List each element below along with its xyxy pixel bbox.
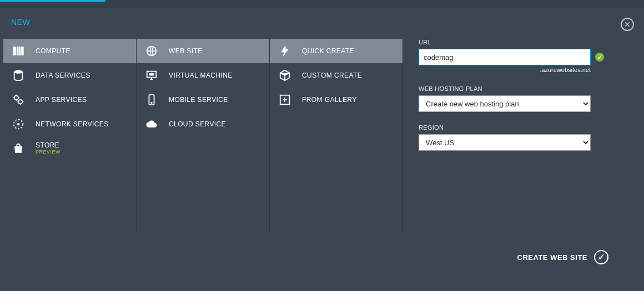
database-icon (11, 68, 26, 83)
dialog-header: NEW ✕ (0, 8, 644, 39)
create-button[interactable] (594, 250, 608, 264)
category-label: APP SERVICES (36, 96, 87, 104)
service-mobile-service[interactable]: MOBILE SERVICE (137, 88, 269, 112)
bolt-icon (278, 44, 292, 58)
region-label: REGION (419, 124, 608, 131)
network-icon (11, 117, 26, 131)
plan-field-group: WEB HOSTING PLAN Create new web hosting … (419, 85, 608, 112)
svg-rect-1 (17, 47, 18, 55)
svg-point-6 (18, 100, 22, 104)
svg-point-13 (151, 102, 153, 104)
form-pane: URL .azurewebsites.net WEB HOSTING PLAN … (403, 39, 644, 233)
svg-point-8 (17, 123, 19, 125)
gears-icon (11, 93, 26, 107)
action-quick-create[interactable]: QUICK CREATE (270, 39, 402, 63)
plan-label: WEB HOSTING PLAN (419, 85, 608, 92)
service-label: VIRTUAL MACHINE (169, 72, 233, 79)
category-data-services[interactable]: DATA SERVICES (3, 63, 136, 88)
region-select[interactable]: West US (419, 134, 591, 151)
bag-icon (11, 141, 26, 156)
url-suffix: .azurewebsites.net (419, 67, 591, 73)
url-label: URL (419, 39, 608, 45)
service-label: WEB SITE (169, 47, 203, 55)
action-custom-create[interactable]: CUSTOM CREATE (270, 63, 402, 88)
svg-rect-2 (19, 47, 21, 55)
close-button[interactable]: ✕ (621, 18, 634, 31)
svg-point-5 (14, 96, 18, 100)
service-cloud-service[interactable]: CLOUD SERVICE (137, 112, 269, 136)
svg-point-4 (14, 70, 23, 73)
monitor-icon (144, 68, 159, 83)
service-web-site[interactable]: WEB SITE (137, 39, 269, 63)
create-label: CREATE WEB SITE (517, 253, 587, 262)
url-input-row (419, 49, 608, 65)
category-app-services[interactable]: APP SERVICES (3, 88, 136, 112)
mobile-icon (144, 93, 159, 107)
close-icon: ✕ (624, 21, 631, 28)
package-icon (278, 68, 292, 83)
category-label: NETWORK SERVICES (36, 120, 109, 128)
service-label: CLOUD SERVICE (169, 120, 226, 128)
dialog-title: NEW (11, 18, 633, 27)
gallery-add-icon (278, 93, 292, 107)
footer-actions: CREATE WEB SITE (517, 250, 608, 264)
category-label: STORE (36, 142, 61, 149)
url-input[interactable] (419, 49, 591, 65)
cloud-gear-icon (144, 117, 159, 131)
svg-rect-0 (13, 47, 16, 55)
category-store[interactable]: STORE PREVIEW (3, 136, 136, 161)
action-column: QUICK CREATE CUSTOM CREATE FROM GALLERY (270, 39, 403, 233)
plan-select[interactable]: Create new web hosting plan (419, 95, 591, 112)
action-label: CUSTOM CREATE (302, 72, 362, 79)
wizard-columns: COMPUTE DATA SERVICES APP SERVICES NETWO… (0, 39, 644, 233)
svg-rect-11 (149, 73, 153, 75)
action-label: FROM GALLERY (302, 96, 357, 104)
service-label: MOBILE SERVICE (169, 96, 228, 104)
compute-icon (11, 44, 26, 58)
valid-check-icon (595, 53, 604, 62)
top-strip (0, 0, 644, 8)
category-column: COMPUTE DATA SERVICES APP SERVICES NETWO… (3, 39, 137, 233)
preview-tag: PREVIEW (36, 150, 61, 155)
category-label: COMPUTE (36, 47, 71, 55)
category-compute[interactable]: COMPUTE (3, 39, 136, 63)
category-label: DATA SERVICES (36, 72, 90, 79)
category-network-services[interactable]: NETWORK SERVICES (3, 112, 136, 136)
action-from-gallery[interactable]: FROM GALLERY (270, 88, 402, 112)
category-label-stack: STORE PREVIEW (36, 142, 61, 155)
accent-bar (0, 0, 105, 2)
svg-rect-3 (22, 47, 24, 55)
url-field-group: URL .azurewebsites.net (419, 39, 608, 73)
action-label: QUICK CREATE (302, 47, 354, 55)
globe-icon (144, 44, 159, 58)
service-column: WEB SITE VIRTUAL MACHINE MOBILE SERVICE … (137, 39, 270, 233)
region-field-group: REGION West US (419, 124, 608, 151)
service-virtual-machine[interactable]: VIRTUAL MACHINE (137, 63, 269, 88)
